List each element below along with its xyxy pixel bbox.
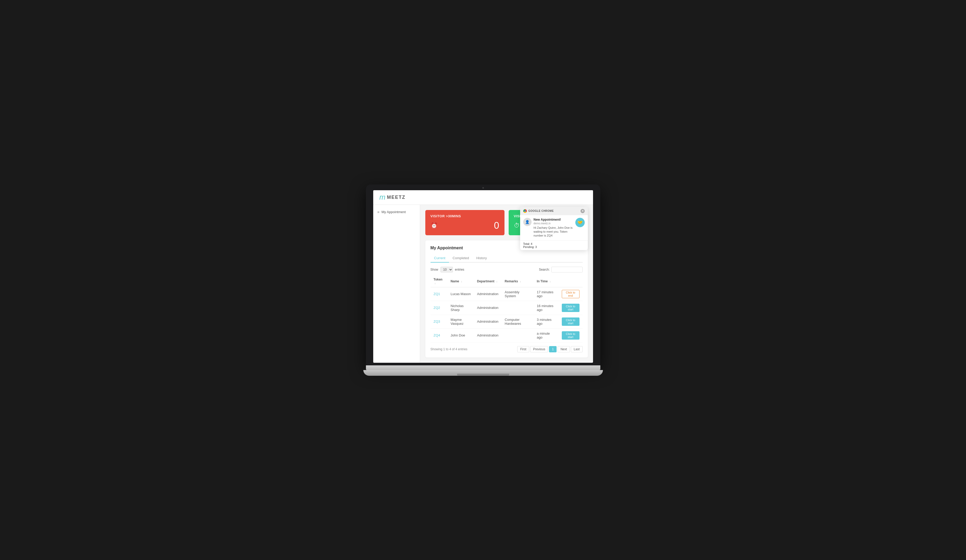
cell-name-1: Nicholas Sharp: [447, 301, 474, 314]
search-label: Search:: [539, 268, 550, 272]
cell-name-3: John Doe: [447, 328, 474, 342]
table-controls: Show 10 25 50 entries Search:: [430, 267, 583, 272]
cell-token-1: ZQ2: [430, 301, 448, 314]
stats-total: Total: 4: [523, 242, 585, 246]
col-action: [559, 275, 583, 287]
notification-close-button[interactable]: ✕: [580, 209, 585, 213]
notification-domain: demo.meetz.in: [534, 222, 573, 225]
chrome-icon: [523, 209, 527, 213]
cell-action-0: Click to end: [559, 287, 583, 301]
cell-remarks-1: [502, 301, 534, 314]
col-in-time: In Time ↕: [534, 275, 559, 287]
cell-token-0: ZQ1: [430, 287, 448, 301]
tab-history[interactable]: History: [473, 254, 490, 262]
person-wave-icon: 🤝: [577, 220, 583, 225]
col-remarks: Remarks ↕: [502, 275, 534, 287]
tab-current[interactable]: Current: [430, 254, 449, 262]
pagination-first[interactable]: First: [517, 346, 529, 352]
cell-token-2: ZQ3: [430, 314, 448, 328]
sort-icon-department: ↕: [496, 280, 498, 283]
alarm-clock-icon: ⏰: [430, 222, 437, 229]
pagination-current-page[interactable]: 1: [549, 346, 557, 352]
sort-icon-name: ↕: [461, 280, 462, 283]
col-department: Department ↕: [474, 275, 501, 287]
cell-name-0: Lucas Mason: [447, 287, 474, 301]
col-token: Token ↕: [430, 275, 448, 287]
stats-pending: Pending: 3: [523, 246, 585, 249]
appointments-table: Token ↕ Name ↕ Department: [430, 275, 583, 342]
cell-department-1: Administration: [474, 301, 501, 314]
top-navbar: m MEETZ: [373, 190, 593, 205]
cell-token-3: ZQ4: [430, 328, 448, 342]
table-body: ZQ1 Lucas Mason Administration Assembly …: [430, 287, 583, 342]
cell-action-3: Click to start: [559, 328, 583, 342]
sidebar: ≡ My Appointment: [373, 205, 420, 363]
notification-header-left: GOOGLE CHROME: [523, 209, 554, 213]
cell-remarks-3: [502, 328, 534, 342]
click-to-end-button-0[interactable]: Click to end: [562, 290, 580, 298]
cell-department-2: Administration: [474, 314, 501, 328]
timer-icon: ⏱: [514, 222, 519, 229]
sort-icon-in-time: ↕: [550, 280, 551, 283]
stat-card-over-30-value: 0: [494, 220, 499, 231]
sort-icon-remarks: ↕: [520, 280, 521, 283]
notification-text: New Appointment! demo.meetz.in Hi Zachar…: [534, 218, 573, 238]
cell-action-2: Click to start: [559, 314, 583, 328]
logo-letter: m: [380, 193, 386, 201]
pagination: First Previous 1 Next Last: [517, 346, 582, 352]
cell-name-2: Mayme Vasquez: [447, 314, 474, 328]
sidebar-item-appointment[interactable]: ≡ My Appointment: [373, 207, 420, 217]
cell-action-1: Click to start: [559, 301, 583, 314]
notification-browser-name: GOOGLE CHROME: [529, 210, 554, 212]
cell-department-0: Administration: [474, 287, 501, 301]
show-label: Show: [430, 268, 438, 272]
show-entries: Show 10 25 50 entries: [430, 267, 464, 272]
logo-name: MEETZ: [387, 195, 406, 200]
cell-in-time-3: a minute ago: [534, 328, 559, 342]
notification-header: GOOGLE CHROME ✕: [520, 207, 588, 215]
notification-title: New Appointment!: [534, 218, 573, 221]
pagination-last[interactable]: Last: [571, 346, 583, 352]
main-content: VISITOR >30MINS ⏰ 0 VISITOR <30MINS ⏱: [420, 205, 593, 363]
cell-in-time-2: 3 minutes ago: [534, 314, 559, 328]
search-box: Search:: [539, 267, 582, 272]
menu-icon: ≡: [377, 210, 380, 214]
table-row: ZQ1 Lucas Mason Administration Assembly …: [430, 287, 583, 301]
cell-in-time-0: 17 minutes ago: [534, 287, 559, 301]
notification-message: Hi Zachary Quinn, John Doe is waiting to…: [534, 226, 573, 238]
click-to-start-button-1[interactable]: Click to start: [562, 304, 580, 312]
table-section: My Appointment Current Completed History: [426, 241, 588, 357]
sidebar-item-label: My Appointment: [381, 210, 406, 214]
table-footer: Showing 1 to 4 of 4 entries First Previo…: [430, 346, 583, 352]
logo: m MEETZ: [380, 193, 406, 201]
stat-card-over-30-label: VISITOR >30MINS: [430, 214, 499, 218]
search-input[interactable]: [551, 267, 583, 272]
click-to-start-button-2[interactable]: Click to start: [562, 318, 580, 326]
notification-popup: GOOGLE CHROME ✕ 👤 New Appointment! demo.…: [520, 207, 588, 250]
entries-select[interactable]: 10 25 50: [440, 267, 453, 272]
cell-department-3: Administration: [474, 328, 501, 342]
click-to-start-button-3[interactable]: Click to start: [562, 331, 580, 340]
cell-remarks-2: Computer Hardwares: [502, 314, 534, 328]
avatar: 👤: [523, 218, 532, 226]
showing-text: Showing 1 to 4 of 4 entries: [430, 347, 468, 351]
pagination-next[interactable]: Next: [558, 346, 570, 352]
notification-action-button[interactable]: 🤝: [575, 218, 585, 227]
stat-card-over-30: VISITOR >30MINS ⏰ 0: [426, 210, 504, 235]
sort-icon-token: ↕: [435, 282, 436, 285]
cell-in-time-1: 16 minutes ago: [534, 301, 559, 314]
stats-summary: Total: 4 Pending: 3: [520, 241, 588, 250]
pagination-previous[interactable]: Previous: [530, 346, 548, 352]
entries-label: entries: [455, 268, 464, 272]
cell-remarks-0: Assembly System: [502, 287, 534, 301]
table-header-row: Token ↕ Name ↕ Department: [430, 275, 583, 287]
table-row: ZQ3 Mayme Vasquez Administration Compute…: [430, 314, 583, 328]
tab-completed[interactable]: Completed: [449, 254, 473, 262]
table-row: ZQ2 Nicholas Sharp Administration 16 min…: [430, 301, 583, 314]
table-row: ZQ4 John Doe Administration a minute ago…: [430, 328, 583, 342]
col-name: Name ↕: [447, 275, 474, 287]
tabs: Current Completed History: [430, 254, 583, 262]
notification-body: 👤 New Appointment! demo.meetz.in Hi Zach…: [520, 215, 588, 241]
